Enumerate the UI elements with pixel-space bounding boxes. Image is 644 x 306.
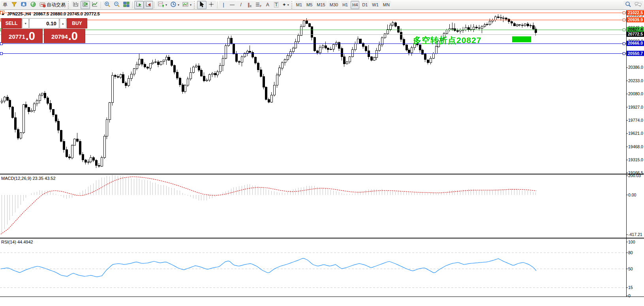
horizontal-line-objects[interactable] bbox=[0, 12, 626, 55]
search-button[interactable] bbox=[623, 1, 633, 9]
macd-axis-label: 200.03 bbox=[628, 173, 641, 178]
add-indicator-icon bbox=[158, 1, 164, 9]
zoom-out-button[interactable] bbox=[112, 1, 122, 9]
pane-borders bbox=[0, 10, 644, 297]
timeframe-button-W1[interactable]: W1 bbox=[370, 1, 380, 9]
autotrade-icon bbox=[39, 1, 46, 9]
volume-increase-button[interactable]: ▲ bbox=[60, 18, 66, 28]
dropdown-arrow-icon: ▾ bbox=[165, 3, 167, 7]
line-handle[interactable] bbox=[623, 29, 625, 31]
timeframe-button-M1[interactable]: M1 bbox=[295, 1, 304, 9]
zoom-in-button[interactable] bbox=[103, 1, 112, 9]
sell-price-button[interactable]: 20771 .0 bbox=[1, 29, 43, 43]
candlestick-chart-type-button[interactable] bbox=[81, 1, 90, 9]
axis-tick-label: 19774.0 bbox=[628, 118, 643, 123]
cursor-arrow-icon bbox=[199, 1, 205, 9]
fibonacci-tool-button[interactable]: ☰F bbox=[254, 1, 263, 9]
highlight-rectangle-object[interactable] bbox=[512, 36, 531, 42]
chart-window[interactable]: 20993.520845.020692.020539.020386.020233… bbox=[0, 10, 644, 306]
bar-chart-icon bbox=[73, 1, 79, 9]
timeframe-label: D1 bbox=[362, 2, 368, 7]
community-button[interactable] bbox=[19, 1, 28, 9]
dropdown-arrow-icon: ▾ bbox=[287, 3, 289, 7]
axis-tick-label: 19468.0 bbox=[628, 144, 643, 149]
sell-button[interactable]: SELL bbox=[1, 18, 22, 28]
price-badges: 21022.520939.920827.420772.520666.020550… bbox=[627, 10, 644, 56]
chart-canvas[interactable]: 20993.520845.020692.020539.020386.020233… bbox=[0, 10, 644, 306]
chart-annotation-text[interactable]: 多空转折点20827 bbox=[413, 35, 481, 46]
crosshair-tool-button[interactable] bbox=[207, 1, 216, 9]
line-handle[interactable] bbox=[623, 19, 625, 21]
price-badge-label: 20550.7 bbox=[628, 51, 643, 56]
timeframe-button-D1[interactable]: D1 bbox=[360, 1, 369, 9]
toolbar-drag-handle[interactable] bbox=[291, 1, 293, 9]
buy-price-button[interactable]: 20794 .0 bbox=[44, 29, 85, 43]
autotrading-button[interactable]: 自动交易 bbox=[38, 1, 67, 9]
channel-tool-button[interactable]: ∥E bbox=[245, 1, 254, 9]
line-handle[interactable] bbox=[0, 53, 3, 55]
horizontal-line-icon: — bbox=[230, 2, 235, 7]
cursor-tool-button[interactable] bbox=[197, 1, 207, 9]
sell-price-main: 20771 bbox=[9, 32, 25, 42]
chat-button[interactable] bbox=[633, 1, 643, 9]
vertical-line-icon: | bbox=[223, 2, 224, 7]
chart-symbol-period: JPN225-,H4 bbox=[7, 11, 31, 16]
buy-button[interactable]: BUY bbox=[67, 18, 87, 28]
price-badge-label: 20939.9 bbox=[628, 17, 643, 22]
timeframe-label: M15 bbox=[317, 2, 325, 7]
toolbar-drag-handle[interactable] bbox=[68, 1, 69, 9]
dropdown-arrow-icon: ▾ bbox=[190, 3, 192, 7]
toolbar-separator bbox=[132, 2, 133, 8]
chart-shift-button[interactable] bbox=[144, 1, 153, 9]
timeframe-label: H4 bbox=[352, 2, 358, 7]
axis-tick-label: 20080.0 bbox=[628, 91, 643, 96]
rsi-line bbox=[1, 259, 536, 277]
periods-button[interactable]: ▾ bbox=[169, 1, 181, 9]
arrows-tool-button[interactable]: ✦▾ bbox=[281, 1, 291, 9]
axis-tick-label: 19927.0 bbox=[628, 105, 643, 110]
timeframe-button-M30[interactable]: M30 bbox=[328, 1, 340, 9]
toolbar-drag-handle[interactable] bbox=[194, 1, 195, 9]
timeframe-button-MN[interactable]: MN bbox=[381, 1, 391, 9]
timeframe-label: W1 bbox=[372, 2, 379, 7]
timeframe-button-H4[interactable]: H4 bbox=[351, 1, 359, 9]
funnel-icon bbox=[11, 1, 17, 9]
favorites-icon-button[interactable] bbox=[9, 1, 19, 9]
macd-indicator-label: MACD(12,26,9) 23.35 43.52 bbox=[1, 176, 56, 181]
price-badge-label: 20827.4 bbox=[628, 27, 643, 32]
volume-decrease-button[interactable]: ▼ bbox=[22, 18, 29, 28]
volume-input[interactable]: 0.10 bbox=[29, 18, 59, 28]
add-indicator-button[interactable]: ▾ bbox=[156, 1, 169, 9]
chart-ohlc-values: 20867.5 20880.0 20745.0 20772.5 bbox=[33, 11, 100, 16]
line-handle[interactable] bbox=[623, 53, 625, 55]
horizontal-line-tool-button[interactable]: — bbox=[228, 1, 237, 9]
timeframe-button-M5[interactable]: M5 bbox=[305, 1, 314, 9]
autotrading-label: 自动交易 bbox=[47, 2, 66, 8]
text-tool-icon: A bbox=[266, 2, 269, 7]
timeframe-button-M15[interactable]: M15 bbox=[315, 1, 327, 9]
bar-chart-type-button[interactable] bbox=[71, 1, 81, 9]
arrows-icon: ✦ bbox=[282, 2, 286, 7]
text-tool-button[interactable]: A bbox=[263, 1, 272, 9]
tile-windows-button[interactable] bbox=[122, 1, 131, 9]
signals-button[interactable] bbox=[28, 1, 38, 9]
templates-button[interactable]: ▾ bbox=[181, 1, 193, 9]
timeframe-button-H1[interactable]: H1 bbox=[341, 1, 349, 9]
text-label-tool-button[interactable]: T bbox=[272, 1, 281, 9]
line-chart-icon bbox=[92, 1, 98, 9]
line-handle[interactable] bbox=[623, 12, 625, 14]
price-axis[interactable]: 20993.520845.020692.020539.020386.020233… bbox=[626, 13, 643, 175]
timeframe-label: M1 bbox=[296, 2, 302, 7]
monitor-person-icon bbox=[21, 1, 27, 9]
toolbar-separator bbox=[154, 2, 155, 8]
vertical-line-tool-button[interactable]: | bbox=[219, 1, 228, 9]
new-order-button[interactable]: 单 bbox=[1, 1, 9, 9]
trendline-tool-button[interactable]: / bbox=[237, 1, 245, 9]
rsi-axis-label: 0 bbox=[628, 293, 631, 298]
line-chart-type-button[interactable] bbox=[90, 1, 100, 9]
search-icon bbox=[625, 1, 631, 9]
toolbar-separator bbox=[217, 2, 218, 8]
auto-scroll-button[interactable] bbox=[134, 1, 144, 9]
toolbar-separator bbox=[101, 2, 101, 8]
line-handle[interactable] bbox=[623, 43, 625, 45]
